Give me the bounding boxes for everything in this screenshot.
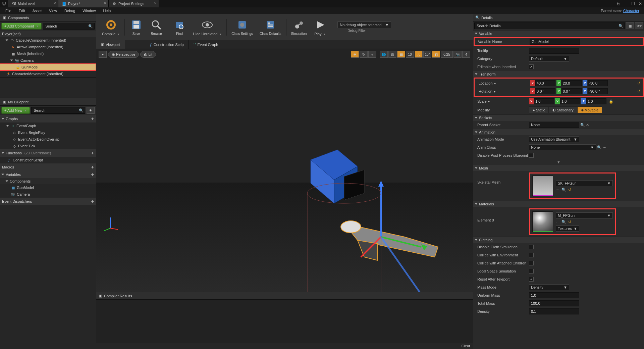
use-material-button[interactable]: ← bbox=[556, 220, 559, 224]
blueprint-view-options[interactable]: 👁 bbox=[87, 107, 95, 114]
menu-edit[interactable]: Edit bbox=[15, 8, 29, 13]
collide-env-checkbox[interactable] bbox=[529, 253, 534, 257]
reset-rotation-button[interactable]: ↺ bbox=[637, 89, 641, 94]
mesh-asset-combo[interactable]: SK_FPGun▼ bbox=[556, 180, 613, 186]
rotation-x-input[interactable] bbox=[535, 88, 555, 94]
section-variables[interactable]: Variables + bbox=[0, 171, 96, 178]
disable-pp-checkbox[interactable] bbox=[529, 153, 534, 158]
section-mesh[interactable]: Mesh bbox=[473, 165, 644, 171]
clear-button[interactable]: Clear bbox=[462, 344, 470, 348]
expand-animation-button[interactable]: ▼ bbox=[473, 159, 644, 165]
location-x-input[interactable] bbox=[535, 80, 555, 86]
scale-x-input[interactable] bbox=[534, 98, 554, 104]
event-tick[interactable]: ◇ Event Tick bbox=[0, 143, 96, 149]
browse-button[interactable]: Browse bbox=[146, 17, 166, 37]
class-settings-button[interactable]: Class Settings bbox=[228, 17, 256, 37]
section-graphs[interactable]: Graphs + bbox=[0, 115, 96, 122]
section-materials[interactable]: Materials bbox=[473, 201, 644, 207]
use-anim-button[interactable]: ← bbox=[603, 145, 606, 149]
event-beginplay[interactable]: ◇ Event BeginPlay bbox=[0, 129, 96, 136]
menu-debug[interactable]: Debug bbox=[61, 8, 78, 13]
add-macro-button[interactable]: + bbox=[91, 164, 94, 170]
tab-player[interactable]: 📘 Player* ✕ bbox=[58, 0, 109, 7]
hide-unrelated-button[interactable]: Hide Unrelated ▼ bbox=[190, 17, 225, 37]
browse-mesh-button[interactable]: 🔍 bbox=[561, 188, 566, 192]
section-macros[interactable]: Macros + bbox=[0, 163, 96, 171]
parent-socket-input[interactable] bbox=[529, 122, 579, 128]
location-z-input[interactable] bbox=[588, 80, 608, 86]
animation-mode-combo[interactable]: Use Animation Blueprint▼ bbox=[529, 136, 579, 142]
simulation-button[interactable]: Simulation bbox=[288, 17, 310, 37]
use-mesh-button[interactable]: ← bbox=[556, 188, 559, 192]
details-search-input[interactable]: Search Details 🔍 bbox=[474, 22, 625, 29]
uniform-mass-input[interactable] bbox=[529, 292, 579, 298]
debug-object-selector[interactable]: No debug object selected▼ bbox=[337, 21, 391, 28]
close-icon[interactable]: ✕ bbox=[104, 1, 106, 5]
add-graph-button[interactable]: + bbox=[91, 116, 94, 121]
menu-file[interactable]: File bbox=[2, 8, 15, 13]
bp-camera[interactable]: 📷 Camera bbox=[0, 191, 96, 198]
reset-location-button[interactable]: ↺ bbox=[637, 81, 641, 86]
viewport[interactable]: ▾ ◉ Perspective ◐ Lit ✥ ↻ ⤡ 🌐 ⊡ ▦ 10 △ 1… bbox=[96, 49, 473, 292]
subtab-construction-script[interactable]: ƒ Construction Scrip bbox=[145, 40, 189, 49]
details-title[interactable]: 🔍 Details bbox=[473, 14, 644, 21]
reset-teleport-checkbox[interactable] bbox=[529, 277, 534, 282]
search-socket-button[interactable]: 🔍 bbox=[580, 123, 585, 127]
compiler-results-title[interactable]: ▣ Compiler Results bbox=[96, 292, 473, 300]
section-functions[interactable]: Functions (29 Overridable) + bbox=[0, 149, 96, 157]
rotation-y-input[interactable] bbox=[561, 88, 582, 94]
subtab-viewport[interactable]: ▣ Viewport bbox=[96, 40, 125, 49]
event-actorbeginoverlap[interactable]: ◇ Event ActorBeginOverlap bbox=[0, 136, 96, 143]
section-components-bp[interactable]: Components bbox=[0, 178, 96, 184]
close-button[interactable]: ✕ bbox=[637, 0, 644, 7]
browse-anim-button[interactable]: 🔍 bbox=[597, 145, 602, 150]
rotation-z-input[interactable] bbox=[588, 88, 608, 94]
eventgraph-item[interactable]: ∷ EventGraph bbox=[0, 122, 96, 129]
location-y-input[interactable] bbox=[561, 80, 582, 86]
play-button[interactable]: Play ▼ bbox=[310, 17, 330, 37]
total-mass-input[interactable] bbox=[529, 300, 579, 306]
close-icon[interactable]: ✕ bbox=[154, 1, 157, 5]
tab-project-settings[interactable]: ⚙ Project Settings ✕ bbox=[109, 0, 159, 7]
find-button[interactable]: Find bbox=[169, 17, 190, 37]
component-gunmodel[interactable]: 🔒 GunModel bbox=[0, 64, 96, 70]
menu-window[interactable]: Window bbox=[79, 8, 99, 13]
add-function-button[interactable]: + bbox=[91, 150, 94, 156]
add-component-button[interactable]: + Add Component▼ bbox=[1, 23, 42, 30]
bp-gunmodel[interactable]: ▦ GunModel bbox=[0, 184, 96, 191]
textures-button[interactable]: Textures▼ bbox=[556, 226, 579, 232]
subtab-event-graph[interactable]: ∷ Event Graph bbox=[189, 40, 223, 49]
components-search[interactable]: Search 🔍 bbox=[43, 23, 95, 30]
tooltip-input[interactable] bbox=[529, 48, 579, 54]
add-variable-button[interactable]: + bbox=[91, 172, 94, 177]
section-clothing[interactable]: Clothing bbox=[473, 237, 644, 243]
mobility-stationary[interactable]: ◐Stationary bbox=[549, 106, 577, 113]
reset-material-button[interactable]: ↺ bbox=[568, 220, 571, 224]
material-asset-combo[interactable]: M_FPGun▼ bbox=[556, 212, 613, 218]
compile-button[interactable]: Compile ▼ bbox=[99, 17, 123, 37]
section-sockets[interactable]: Sockets bbox=[473, 114, 644, 121]
component-camera[interactable]: 📷 Camera bbox=[0, 57, 96, 64]
section-event-dispatchers[interactable]: Event Dispatchers + bbox=[0, 198, 96, 205]
add-dispatcher-button[interactable]: + bbox=[91, 199, 94, 204]
section-transform[interactable]: Transform bbox=[473, 71, 644, 77]
material-thumbnail[interactable] bbox=[532, 211, 553, 232]
scale-y-input[interactable] bbox=[560, 98, 580, 104]
section-animation[interactable]: Animation bbox=[473, 129, 644, 135]
disable-cloth-checkbox[interactable] bbox=[529, 245, 534, 249]
construction-script[interactable]: ƒ ConstructionScript bbox=[0, 157, 96, 163]
class-defaults-button[interactable]: Class Defaults bbox=[256, 17, 284, 37]
maximize-button[interactable]: ☐ bbox=[629, 0, 637, 7]
menu-help[interactable]: Help bbox=[100, 8, 114, 13]
my-blueprint-title[interactable]: ▣ My Blueprint bbox=[0, 98, 96, 106]
variable-name-input[interactable] bbox=[530, 39, 580, 45]
mobility-movable[interactable]: ◈Movable bbox=[577, 106, 602, 113]
category-combo[interactable]: Default▼ bbox=[529, 56, 569, 62]
blueprint-search[interactable]: Search 🔍 bbox=[31, 107, 85, 114]
collide-children-checkbox[interactable] bbox=[529, 261, 534, 265]
property-matrix-button[interactable]: ▦ bbox=[626, 22, 634, 29]
local-space-checkbox[interactable] bbox=[529, 269, 534, 273]
notification-icon[interactable]: ⎘ bbox=[614, 0, 622, 7]
add-new-button[interactable]: + Add New▼ bbox=[1, 107, 30, 114]
components-title[interactable]: ▣ Components bbox=[0, 14, 96, 21]
